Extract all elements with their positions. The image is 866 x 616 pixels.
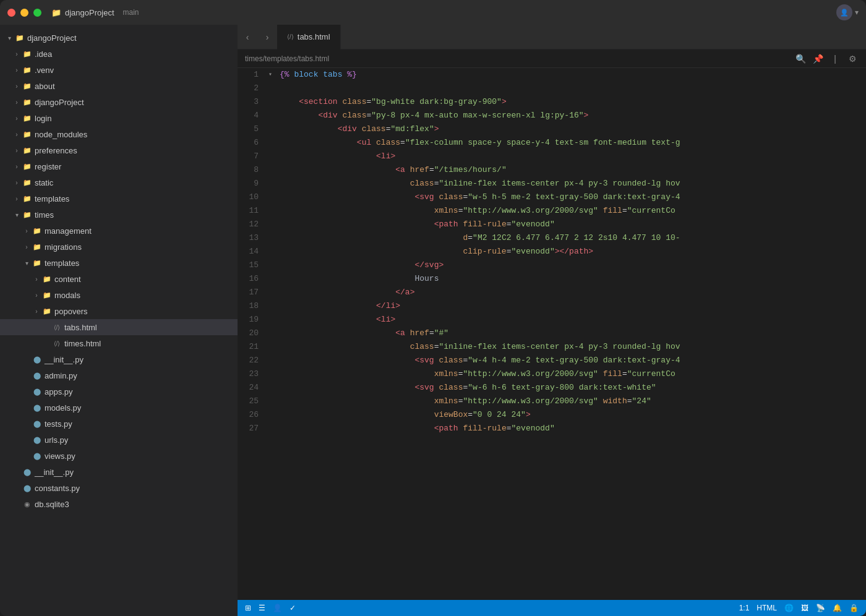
sidebar-item-label: __init__.py (45, 355, 84, 364)
status-check-button[interactable]: ✓ (289, 604, 296, 612)
status-globe-button[interactable]: 🌐 (784, 604, 794, 612)
image-icon: 🖼 (801, 604, 808, 612)
search-button[interactable]: 🔍 (794, 53, 807, 65)
sidebar-item-templates-times[interactable]: ▾ 📁 templates (0, 255, 238, 271)
sidebar-item-init-py-root[interactable]: › ⬤ __init__.py (0, 464, 238, 480)
sidebar-item-about[interactable]: › 📁 about (0, 78, 238, 94)
fold-arrow (268, 245, 277, 259)
line-number: 17 (238, 286, 268, 299)
code-line: 13 d="M2 12C2 6.477 6.477 2 12 2s10 4.47… (238, 231, 866, 245)
status-language[interactable]: HTML (757, 604, 777, 612)
titlebar-content: 📁 djangoProject main (51, 8, 139, 17)
code-line: 10 <svg class="w-5 h-5 me-2 text-gray-50… (238, 190, 866, 204)
status-grid-button[interactable]: ⊞ (245, 604, 251, 612)
sidebar-item-init-py-times[interactable]: › ⬤ __init__.py (0, 351, 238, 367)
settings-button[interactable]: ⚙ (846, 53, 859, 65)
sidebar-item-preferences[interactable]: › 📁 preferences (0, 142, 238, 158)
sidebar-item-content[interactable]: › 📁 content (0, 271, 238, 287)
sidebar-item-modals[interactable]: › 📁 modals (0, 287, 238, 303)
close-button[interactable] (7, 9, 15, 17)
sidebar-item-apps-py[interactable]: › ⬤ apps.py (0, 383, 238, 400)
sidebar-item-idea[interactable]: › 📁 .idea (0, 46, 238, 62)
python-file-icon: ⬤ (22, 483, 32, 493)
folder-icon: 📁 (22, 129, 32, 139)
sidebar-item-management[interactable]: › 📁 management (0, 223, 238, 239)
avatar[interactable]: 👤 (836, 4, 852, 20)
fold-arrow (268, 122, 277, 136)
main-layout: ▾ 📁 djangoProject › 📁 .idea › 📁 .venv › … (0, 25, 866, 616)
fold-arrow (268, 259, 277, 272)
line-number: 14 (238, 245, 268, 259)
chevron-icon: › (12, 49, 21, 58)
sidebar-item-label: popovers (54, 307, 87, 316)
fold-arrow (268, 286, 277, 299)
sidebar-item-templates-root[interactable]: › 📁 templates (0, 190, 238, 207)
editor-tab[interactable]: ⟨/⟩ tabs.html (277, 25, 341, 49)
status-lock-button[interactable]: 🔒 (849, 604, 859, 612)
sidebar-item-tests-py[interactable]: › ⬤ tests.py (0, 416, 238, 432)
sidebar-item-popovers[interactable]: › 📁 popovers (0, 303, 238, 319)
sidebar-item-models-py[interactable]: › ⬤ models.py (0, 400, 238, 416)
sidebar-item-node-modules[interactable]: › 📁 node_modules (0, 126, 238, 142)
breadcrumb-bar: times/templates/tabs.html 🔍 📌 | ⚙ (238, 49, 866, 68)
folder-icon: 📁 (15, 33, 25, 43)
fold-arrow (268, 109, 277, 122)
python-file-icon: ⬤ (22, 467, 32, 477)
sidebar-item-label: views.py (45, 451, 75, 461)
status-position[interactable]: 1:1 (739, 604, 750, 612)
back-button[interactable]: ‹ (238, 25, 257, 49)
line-content: <svg class="w-6 h-6 text-gray-800 dark:t… (277, 381, 866, 395)
avatar-chevron[interactable]: ▾ (855, 8, 859, 17)
python-file-icon: ⬤ (32, 354, 42, 364)
line-content: </svg> (277, 259, 866, 272)
forward-button[interactable]: › (257, 25, 277, 49)
sidebar-item-djangoproject-sub[interactable]: › 📁 djangoProject (0, 94, 238, 110)
sidebar-item-constants-py[interactable]: › ⬤ constants.py (0, 480, 238, 496)
pin-button[interactable]: 📌 (812, 53, 824, 65)
chevron-icon: ▾ (12, 210, 21, 219)
code-line: 24 <svg class="w-6 h-6 text-gray-800 dar… (238, 381, 866, 395)
sidebar-item-label: management (45, 226, 92, 236)
fold-arrow (268, 204, 277, 218)
status-bell-button[interactable]: 🔔 (833, 604, 842, 612)
code-line: 2 (238, 82, 866, 95)
code-editor[interactable]: 1 ▾ {% block tabs %} 2 3 <section class=… (238, 68, 866, 600)
sidebar-item-tabs-html[interactable]: › ⟨/⟩ tabs.html (0, 319, 238, 335)
fold-arrow (268, 313, 277, 327)
line-content: xmlns="http://www.w3.org/2000/svg" fill=… (277, 204, 866, 218)
fold-arrow (268, 408, 277, 422)
line-number: 9 (238, 177, 268, 190)
sidebar-item-venv[interactable]: › 📁 .venv (0, 62, 238, 78)
sidebar-item-urls-py[interactable]: › ⬤ urls.py (0, 432, 238, 448)
sidebar-item-static[interactable]: › 📁 static (0, 174, 238, 190)
sidebar-item-login[interactable]: › 📁 login (0, 110, 238, 126)
sidebar-item-db-sqlite3[interactable]: › ◉ db.sqlite3 (0, 496, 238, 512)
sidebar-item-times-html[interactable]: › ⟨/⟩ times.html (0, 335, 238, 351)
sidebar-item-label: .idea (35, 49, 52, 59)
chevron-icon: › (12, 66, 21, 74)
line-content: <a href="#" (277, 327, 866, 340)
line-number: 20 (238, 327, 268, 340)
maximize-button[interactable] (33, 9, 41, 17)
line-content: {% block tabs %} (277, 68, 866, 82)
sidebar-item-migrations[interactable]: › 📁 migrations (0, 239, 238, 255)
sidebar-item-djangoproject-root[interactable]: ▾ 📁 djangoProject (0, 30, 238, 46)
cursor-button[interactable]: | (829, 53, 841, 65)
code-line: 19 <li> (238, 313, 866, 327)
line-content: <path fill-rule="evenodd" (277, 422, 866, 435)
sidebar-item-label: apps.py (45, 387, 73, 396)
sidebar-item-label: times.html (64, 339, 101, 348)
bell-icon: 🔔 (833, 604, 842, 612)
status-broadcast-button[interactable]: 📡 (816, 604, 825, 612)
sidebar-item-label: db.sqlite3 (35, 500, 69, 509)
sidebar-item-views-py[interactable]: › ⬤ views.py (0, 448, 238, 464)
status-person-button[interactable]: 👤 (273, 604, 282, 612)
status-image-button[interactable]: 🖼 (801, 604, 808, 612)
fold-arrow[interactable]: ▾ (268, 68, 277, 82)
sidebar-item-admin-py[interactable]: › ⬤ admin.py (0, 367, 238, 383)
folder-icon: 📁 (42, 274, 52, 284)
sidebar-item-register[interactable]: › 📁 register (0, 158, 238, 174)
sidebar-item-times[interactable]: ▾ 📁 times (0, 207, 238, 223)
status-list-button[interactable]: ☰ (259, 604, 265, 612)
minimize-button[interactable] (20, 9, 28, 17)
